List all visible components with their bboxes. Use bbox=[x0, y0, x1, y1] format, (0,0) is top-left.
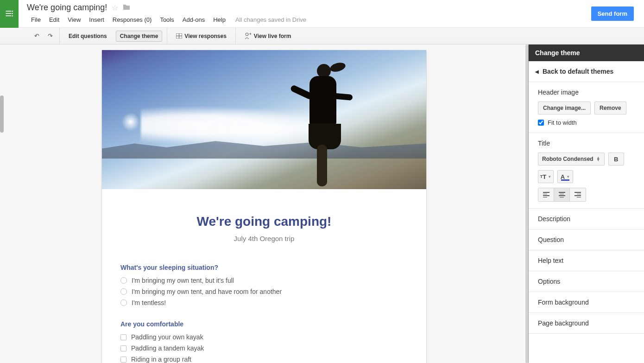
person-arrow-icon bbox=[245, 32, 252, 39]
option-label: I'm bringing my own tent, and have room … bbox=[132, 288, 282, 295]
back-label: Back to default themes bbox=[543, 68, 613, 75]
radio-option[interactable]: I'm bringing my own tent, but it's full bbox=[120, 277, 408, 284]
svg-point-5 bbox=[12, 15, 13, 17]
panel-row-page-background[interactable]: Page background bbox=[529, 313, 644, 334]
menu-bar: File Edit View Insert Responses (0) Tool… bbox=[27, 14, 591, 25]
view-responses-button[interactable]: View responses bbox=[172, 31, 231, 42]
form-canvas[interactable]: We're going camping! July 4th Oregon tri… bbox=[0, 45, 528, 363]
scrollbar[interactable] bbox=[0, 96, 4, 133]
menu-view[interactable]: View bbox=[63, 14, 85, 25]
svg-rect-0 bbox=[6, 11, 12, 12]
send-form-button[interactable]: Send form bbox=[591, 6, 634, 21]
menu-edit[interactable]: Edit bbox=[45, 14, 63, 25]
svg-rect-2 bbox=[6, 15, 12, 16]
form-subtitle[interactable]: July 4th Oregon trip bbox=[120, 235, 408, 242]
checkbox-option[interactable]: Riding in a group raft bbox=[120, 356, 408, 363]
checkbox-icon bbox=[120, 345, 126, 351]
text-size-button[interactable]: TT▼ bbox=[538, 170, 554, 183]
document-title[interactable]: We're going camping! bbox=[27, 3, 107, 13]
option-label: I'm bringing my own tent, but it's full bbox=[132, 277, 234, 284]
checkbox-icon bbox=[120, 334, 126, 340]
section-label: Title bbox=[538, 140, 635, 147]
save-status: All changes saved in Drive bbox=[235, 16, 306, 23]
header-image-section: Header image Change image... Remove Fit … bbox=[529, 82, 644, 133]
menu-insert[interactable]: Insert bbox=[85, 14, 108, 25]
grid-icon bbox=[176, 33, 182, 38]
panel-row-form-background[interactable]: Form background bbox=[529, 292, 644, 313]
view-responses-label: View responses bbox=[184, 33, 227, 39]
fit-to-width-checkbox[interactable]: Fit to width bbox=[538, 119, 635, 126]
panel-row-options[interactable]: Options bbox=[529, 271, 644, 292]
menu-help[interactable]: Help bbox=[209, 14, 230, 25]
updown-icon: ▲▼ bbox=[596, 157, 600, 161]
align-center-icon bbox=[559, 192, 565, 197]
checkbox-option[interactable]: Paddling a tandem kayak bbox=[120, 344, 408, 352]
back-to-themes[interactable]: ◀ Back to default themes bbox=[529, 61, 644, 82]
question-block[interactable]: Are you comfortable Paddling your own ka… bbox=[120, 320, 408, 363]
remove-image-button[interactable]: Remove bbox=[594, 102, 626, 115]
change-theme-button[interactable]: Change theme bbox=[116, 31, 163, 42]
undo-icon[interactable]: ↶ bbox=[32, 32, 41, 40]
menu-addons[interactable]: Add-ons bbox=[178, 14, 209, 25]
edit-questions-button[interactable]: Edit questions bbox=[64, 31, 111, 42]
bold-button[interactable]: B bbox=[608, 153, 624, 166]
align-right-button[interactable] bbox=[570, 188, 586, 201]
toolbar: ↶ ↷ Edit questions Change theme View res… bbox=[0, 28, 644, 45]
svg-point-9 bbox=[246, 33, 248, 36]
panel-row-question[interactable]: Question bbox=[529, 229, 644, 250]
view-live-label: View live form bbox=[254, 33, 291, 39]
menu-file[interactable]: File bbox=[27, 14, 45, 25]
align-left-button[interactable] bbox=[538, 188, 554, 201]
option-label: Paddling a tandem kayak bbox=[131, 344, 204, 352]
chevron-left-icon: ◀ bbox=[535, 69, 539, 74]
star-icon[interactable]: ☆ bbox=[112, 3, 118, 12]
form-title[interactable]: We're going camping! bbox=[120, 214, 408, 229]
checkbox-icon bbox=[120, 357, 126, 363]
radio-option[interactable]: I'm bringing my own tent, and have room … bbox=[120, 288, 408, 295]
option-label: Riding in a group raft bbox=[131, 356, 191, 363]
form-icon bbox=[5, 9, 14, 19]
option-label: Paddling your own kayak bbox=[131, 333, 203, 341]
section-label: Header image bbox=[538, 89, 635, 96]
fit-label: Fit to width bbox=[548, 119, 577, 126]
app-logo[interactable] bbox=[0, 0, 19, 28]
panel-row-help-text[interactable]: Help text bbox=[529, 250, 644, 271]
panel-scrollbar[interactable] bbox=[525, 45, 529, 363]
text-color-button[interactable]: A ▼ bbox=[557, 170, 573, 183]
chevron-down-icon: ▼ bbox=[548, 175, 551, 179]
align-left-icon bbox=[543, 192, 549, 197]
header-image[interactable] bbox=[102, 50, 426, 189]
align-right-icon bbox=[575, 192, 581, 197]
svg-point-3 bbox=[12, 11, 13, 12]
menu-responses[interactable]: Responses (0) bbox=[108, 14, 156, 25]
change-image-button[interactable]: Change image... bbox=[538, 102, 591, 115]
radio-icon bbox=[120, 299, 127, 306]
question-title: What's your sleeping situation? bbox=[120, 264, 408, 271]
checkbox-input[interactable] bbox=[538, 120, 544, 126]
chevron-down-icon: ▼ bbox=[566, 175, 570, 179]
font-family-select[interactable]: Roboto Condensed ▲▼ bbox=[538, 153, 605, 166]
form-card: We're going camping! July 4th Oregon tri… bbox=[102, 50, 426, 363]
question-title: Are you comfortable bbox=[120, 320, 408, 328]
checkbox-option[interactable]: Paddling your own kayak bbox=[120, 333, 408, 341]
redo-icon[interactable]: ↷ bbox=[46, 32, 55, 40]
radio-icon bbox=[120, 288, 127, 295]
folder-icon[interactable] bbox=[123, 4, 130, 12]
font-name: Roboto Condensed bbox=[542, 156, 593, 162]
align-group bbox=[538, 188, 586, 202]
color-swatch bbox=[561, 179, 569, 181]
title-section: Title Roboto Condensed ▲▼ B TT▼ A ▼ bbox=[529, 133, 644, 209]
option-label: I'm tentless! bbox=[132, 299, 166, 306]
question-block[interactable]: What's your sleeping situation? I'm brin… bbox=[120, 264, 408, 306]
menu-tools[interactable]: Tools bbox=[156, 14, 178, 25]
panel-header: Change theme bbox=[529, 45, 644, 61]
radio-option[interactable]: I'm tentless! bbox=[120, 299, 408, 306]
panel-row-description[interactable]: Description bbox=[529, 209, 644, 229]
theme-panel: Change theme ◀ Back to default themes He… bbox=[528, 45, 644, 363]
align-center-button[interactable] bbox=[554, 188, 570, 201]
svg-point-4 bbox=[12, 13, 13, 14]
radio-icon bbox=[120, 277, 127, 284]
view-live-form-button[interactable]: View live form bbox=[240, 30, 295, 42]
svg-rect-1 bbox=[6, 13, 12, 14]
